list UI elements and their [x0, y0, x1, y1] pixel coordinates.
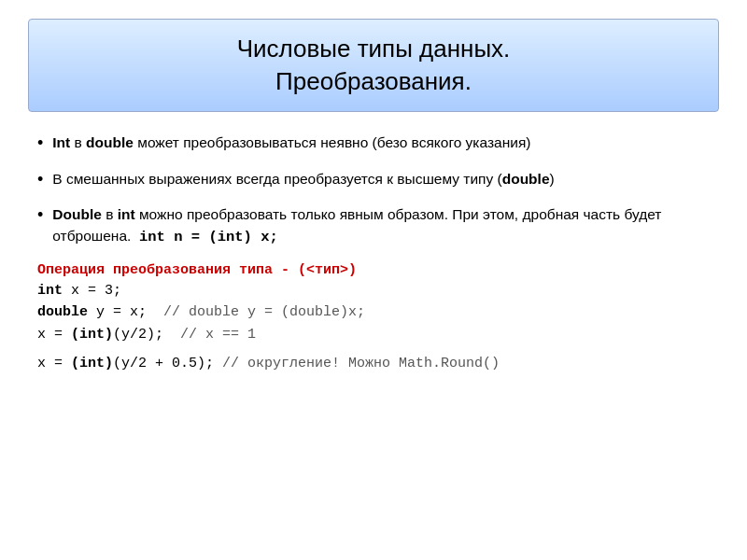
- title-line1: Числовые типы данных.: [237, 35, 511, 63]
- code-line-1: int x = 3;: [37, 280, 710, 301]
- title-line2: Преобразования.: [275, 67, 472, 95]
- content-area: • Int в double может преобразовываться н…: [28, 133, 719, 541]
- code-line-4: x = (int)(y/2 + 0.5); // округление! Мож…: [37, 353, 710, 374]
- bullet-item-3: • Double в int можно преобразовать тольк…: [37, 204, 710, 247]
- bullet-item-2: • В смешанных выражениях всегда преобраз…: [37, 169, 710, 189]
- bullet-text-1: Int в double может преобразовываться нея…: [52, 133, 530, 153]
- code-section: Операция преобразования типа - (<тип>) i…: [37, 262, 710, 374]
- code-heading: Операция преобразования типа - (<тип>): [37, 262, 710, 278]
- slide-title: Числовые типы данных. Преобразования.: [48, 33, 699, 98]
- bullet-text-3: Double в int можно преобразовать только …: [52, 204, 710, 247]
- code-line-3: x = (int)(y/2); // x == 1: [37, 324, 710, 345]
- bullet-text-2: В смешанных выражениях всегда преобразуе…: [52, 169, 554, 189]
- bullet-dot-2: •: [37, 170, 43, 189]
- bullet-dot-1: •: [37, 133, 43, 153]
- bullet-dot-3: •: [37, 205, 43, 225]
- title-box: Числовые типы данных. Преобразования.: [28, 19, 719, 112]
- code-spacer: [37, 345, 710, 353]
- code-line-2: double y = x; // double y = (double)x;: [37, 301, 710, 323]
- bullet-item-1: • Int в double может преобразовываться н…: [37, 133, 710, 153]
- slide-container: Числовые типы данных. Преобразования. • …: [0, 0, 747, 560]
